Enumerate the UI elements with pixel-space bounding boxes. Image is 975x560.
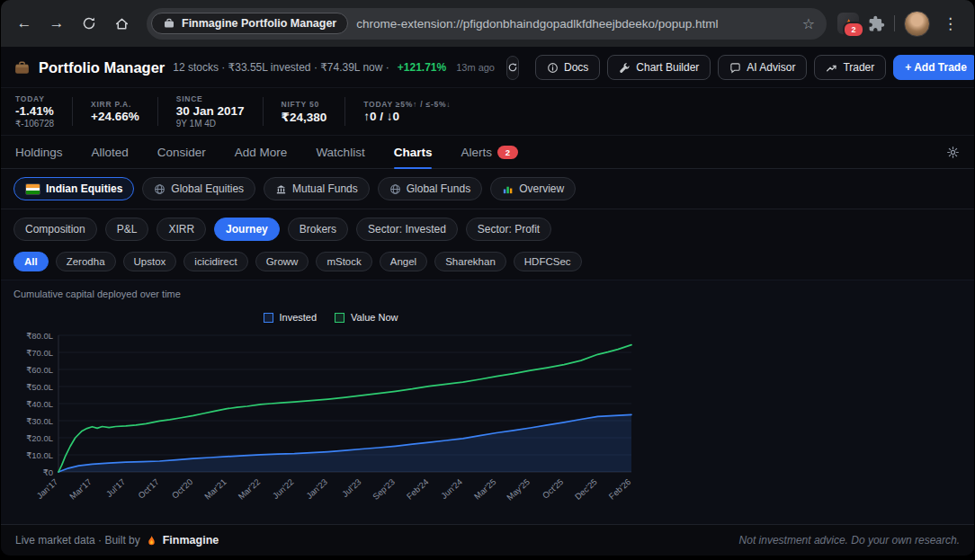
tab-alloted[interactable]: Alloted [92,136,129,168]
svg-text:Mar'21: Mar'21 [202,476,228,501]
stat-sub: ₹-106728 [15,119,54,129]
stat-since: SINCE 30 Jan 2017 9Y 1M 4D [176,94,245,129]
docs-button[interactable]: Docs [535,55,600,80]
legend-item-value-now[interactable]: Value Now [335,312,398,323]
stat-label: TODAY ≥5%↑ / ≤-5%↓ [363,100,451,109]
profile-avatar[interactable] [904,11,930,37]
stat-value: 30 Jan 2017 [176,104,245,118]
ai-advisor-button-label: AI Advisor [747,61,795,74]
legend-swatch [335,313,344,323]
broker-hdfcsec[interactable]: HDFCSec [514,252,582,271]
chart-builder-button[interactable]: Chart Builder [607,55,711,80]
category-indian-equities[interactable]: Indian Equities [13,177,134,200]
footer-brand-link[interactable]: Finmagine [163,534,219,547]
category-label: Global Funds [407,182,470,195]
chart-type-sector-invested[interactable]: Sector: Invested [356,218,458,241]
finmagine-flame-icon [146,535,157,547]
forward-icon: → [49,14,65,32]
broker-zerodha[interactable]: Zerodha [56,252,116,271]
back-button[interactable]: ← [10,9,39,38]
tab-add-more[interactable]: Add More [235,136,288,168]
svg-text:Jun'22: Jun'22 [271,476,296,501]
toolbar-right-icons: 2 ⋮ [837,11,965,37]
category-global-equities[interactable]: Global Equities [142,177,255,200]
broker-icicidirect[interactable]: icicidirect [183,252,247,271]
home-button[interactable] [107,9,136,38]
svg-text:Jul'17: Jul'17 [104,476,128,499]
add-trade-button[interactable]: + Add Trade [893,55,974,80]
reload-icon [82,16,96,31]
legend-swatch [264,313,273,323]
svg-text:Oct'17: Oct'17 [136,476,161,500]
stat-nifty: NIFTY 50 ₹24,380 [282,100,327,124]
category-global-funds[interactable]: Global Funds [378,177,482,200]
svg-text:Jan'17: Jan'17 [34,476,59,501]
svg-text:₹50.0L: ₹50.0L [26,382,53,392]
address-bar[interactable]: Finmagine Portfolio Manager chrome-exten… [147,8,827,40]
refresh-button[interactable] [506,56,519,80]
category-label: Global Equities [171,182,244,195]
chart-type-sector-profit[interactable]: Sector: Profit [466,218,551,241]
extension-notification-badge: 2 [843,22,864,38]
category-overview[interactable]: Overview [490,177,576,200]
tab-alerts-label: Alerts [461,146,492,159]
trader-button[interactable]: Trader [814,55,886,80]
stat-today-movers: TODAY ≥5%↑ / ≤-5%↓ ↑0 / ↓0 [363,100,451,123]
svg-text:May'25: May'25 [505,476,532,502]
ai-advisor-button[interactable]: AI Advisor [718,55,807,80]
app-footer: Live market data · Built by Finmagine No… [1,524,974,556]
finmagine-extension-button[interactable]: 2 [837,13,859,34]
bookmark-star-icon[interactable]: ☆ [802,15,815,32]
stat-label: SINCE [176,94,245,103]
bar-chart-icon [502,183,514,195]
legend-label: Value Now [351,312,398,323]
svg-text:Dec'25: Dec'25 [573,476,599,502]
portfolio-summary: 12 stocks · ₹33.55L invested · ₹74.39L n… [173,61,389,74]
browser-menu-icon[interactable]: ⋮ [939,14,962,33]
globe-icon [154,183,165,195]
india-flag-icon [25,183,40,195]
chart-type-pl[interactable]: P&L [105,218,149,241]
bank-icon [275,183,287,195]
svg-text:Mar'17: Mar'17 [67,476,94,501]
extension-name-chip[interactable]: Finmagine Portfolio Manager [151,13,348,34]
broker-upstox[interactable]: Upstox [123,252,177,271]
settings-button[interactable] [946,146,960,159]
tab-holdings[interactable]: Holdings [15,136,63,168]
svg-text:₹60.0L: ₹60.0L [26,365,53,375]
stat-value: ₹24,380 [282,110,327,124]
tab-consider[interactable]: Consider [157,136,206,168]
tab-watchlist[interactable]: Watchlist [316,136,364,168]
tab-charts[interactable]: Charts [394,136,433,168]
broker-groww[interactable]: Groww [255,252,309,271]
svg-text:₹40.0L: ₹40.0L [26,399,53,409]
back-icon: ← [17,14,32,32]
chart-type-brokers[interactable]: Brokers [288,218,348,241]
stat-xirr: XIRR P.A. +24.66% [91,100,139,123]
broker-all[interactable]: All [13,252,49,271]
chart-type-xirr[interactable]: XIRR [157,218,206,241]
docs-button-label: Docs [564,61,588,74]
broker-angel[interactable]: Angel [380,252,427,271]
extensions-puzzle-icon[interactable] [868,15,885,32]
forward-button[interactable]: → [42,9,71,38]
category-filter-row: Indian Equities Global Equities Mutual F… [1,169,974,209]
legend-item-invested[interactable]: Invested [264,312,318,323]
category-mutual-funds[interactable]: Mutual Funds [264,177,370,200]
stat-label: XIRR P.A. [91,100,139,109]
wrench-icon [619,62,631,74]
chart-type-journey[interactable]: Journey [214,218,280,241]
svg-text:Feb'26: Feb'26 [607,476,633,501]
footer-note: Live market data · Built by [15,534,140,547]
trader-button-label: Trader [843,61,874,74]
briefcase-icon [13,59,31,76]
extension-chip-label: Finmagine Portfolio Manager [182,17,336,30]
header-actions: Docs Chart Builder AI Advisor Trader + A… [535,55,974,80]
broker-mstock[interactable]: mStock [316,252,371,271]
stat-divider [72,97,73,126]
legend-label: Invested [280,312,318,323]
reload-button[interactable] [75,9,103,38]
broker-sharekhan[interactable]: Sharekhan [434,252,506,271]
tab-alerts[interactable]: Alerts 2 [461,136,518,168]
chart-type-composition[interactable]: Composition [13,218,97,241]
